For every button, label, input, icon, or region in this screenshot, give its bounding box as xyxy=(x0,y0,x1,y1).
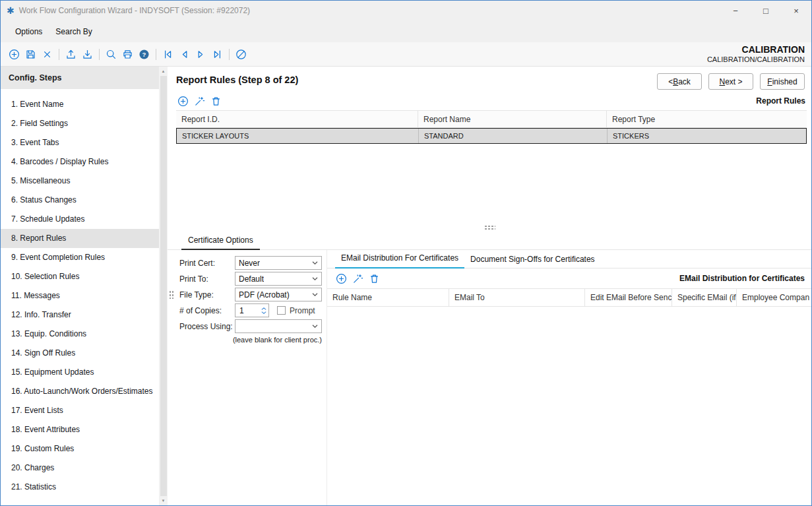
menu-search-by[interactable]: Search By xyxy=(49,23,98,40)
file-type-label: File Type: xyxy=(179,290,235,300)
report-delete-icon[interactable] xyxy=(210,96,222,107)
delete-icon[interactable] xyxy=(42,49,53,60)
nav-prev-icon[interactable] xyxy=(179,49,190,60)
column-header-edit-email-before-send[interactable]: Edit EMail Before Senc xyxy=(584,289,671,306)
column-header-email-to[interactable]: EMail To xyxy=(449,289,584,306)
titlebar: ✱ Work Flow Configuration Wizard - INDYS… xyxy=(1,1,811,20)
email-add-icon[interactable] xyxy=(336,273,347,284)
email-delete-icon[interactable] xyxy=(369,273,380,284)
nav-next-icon[interactable] xyxy=(195,49,206,60)
column-header-rule-name[interactable]: Rule Name xyxy=(327,289,449,306)
maximize-button[interactable]: □ xyxy=(751,1,781,20)
search-icon[interactable] xyxy=(106,49,117,60)
minimize-button[interactable]: − xyxy=(720,1,751,20)
next-button[interactable]: Next > xyxy=(708,73,753,90)
back-button[interactable]: < Back xyxy=(657,73,702,90)
sidebar-item-sign-off-rules[interactable]: 14. Sign Off Rules xyxy=(1,344,159,363)
column-header-report-type[interactable]: Report Type xyxy=(606,111,807,127)
sidebar-item-info-transfer[interactable]: 12. Info. Transfer xyxy=(1,305,159,325)
print-icon[interactable] xyxy=(122,49,133,60)
label-part: < xyxy=(668,77,673,86)
cancel-icon[interactable] xyxy=(235,49,247,60)
sidebar-item-miscellaneous[interactable]: 5. Miscellaneous xyxy=(1,172,159,191)
config-steps-sidebar: Config. Steps 1. Event Name 2. Field Set… xyxy=(1,67,159,505)
sidebar-item-event-tabs[interactable]: 3. Event Tabs xyxy=(1,133,159,152)
sidebar-item-schedule-updates[interactable]: 7. Schedule Updates xyxy=(1,210,159,229)
scroll-down-icon[interactable] xyxy=(159,496,168,505)
sidebar-item-statistics[interactable]: 21. Statistics xyxy=(1,478,159,497)
scrollbar-thumb[interactable] xyxy=(160,76,167,496)
svg-text:?: ? xyxy=(142,51,146,58)
help-icon[interactable]: ? xyxy=(139,49,150,60)
email-grid-toolbar: EMail Distribution for Certificates xyxy=(327,269,811,288)
email-edit-icon[interactable] xyxy=(352,273,363,284)
sidebar-item-field-settings[interactable]: 2. Field Settings xyxy=(1,114,159,133)
column-header-report-name[interactable]: Report Name xyxy=(418,111,606,127)
finished-button[interactable]: Finished xyxy=(760,73,805,90)
sidebar-item-barcodes[interactable]: 4. Barcodes / Display Rules xyxy=(1,152,159,172)
sidebar-item-messages[interactable]: 11. Messages xyxy=(1,286,159,305)
column-header-report-id[interactable]: Report I.D. xyxy=(176,111,418,127)
export-icon[interactable] xyxy=(65,49,77,60)
copies-stepper[interactable]: 1 xyxy=(235,303,269,317)
report-add-icon[interactable] xyxy=(177,96,189,107)
nav-last-icon[interactable] xyxy=(212,49,223,60)
nav-first-icon[interactable] xyxy=(162,49,173,60)
process-using-select[interactable] xyxy=(235,319,322,333)
close-button[interactable]: × xyxy=(781,1,811,20)
sidebar-item-custom-rules[interactable]: 19. Custom Rules xyxy=(1,439,159,459)
page-title: Report Rules (Step 8 of 22) xyxy=(176,73,298,85)
prompt-checkbox[interactable] xyxy=(277,306,286,315)
certificate-tab-row: Certificate Options xyxy=(168,232,811,250)
body: Config. Steps 1. Event Name 2. Field Set… xyxy=(1,67,811,505)
copies-value: 1 xyxy=(235,304,259,317)
print-to-select[interactable]: Default xyxy=(235,272,322,286)
spin-down-icon[interactable] xyxy=(261,311,266,314)
vertical-splitter[interactable] xyxy=(168,288,174,300)
sidebar-item-auto-launch[interactable]: 16. Auto-Launch/Work Orders/Estimates xyxy=(1,382,159,401)
print-to-value: Default xyxy=(239,274,264,284)
print-cert-select[interactable]: Never xyxy=(235,256,322,270)
import-icon[interactable] xyxy=(82,49,93,60)
file-type-row: File Type: PDF (Acrobat) xyxy=(179,288,327,301)
certificate-subtabs: EMail Distribution For Certificates Docu… xyxy=(327,250,811,269)
sidebar-item-event-name[interactable]: 1. Event Name xyxy=(1,95,159,114)
prompt-label: Prompt xyxy=(290,306,315,315)
email-distribution-panel: EMail Distribution For Certificates Docu… xyxy=(327,250,811,505)
sidebar-scrollbar[interactable] xyxy=(159,67,168,505)
spinner-buttons xyxy=(259,304,268,317)
app-window: ✱ Work Flow Configuration Wizard - INDYS… xyxy=(0,0,812,506)
report-grid-empty-area xyxy=(176,144,807,224)
sidebar-item-event-completion-rules[interactable]: 9. Event Completion Rules xyxy=(1,248,159,267)
sidebar-item-status-changes[interactable]: 6. Status Changes xyxy=(1,191,159,210)
report-grid-header: Report I.D. Report Name Report Type xyxy=(176,110,807,128)
sidebar-item-charges[interactable]: 20. Charges xyxy=(1,459,159,478)
print-cert-value: Never xyxy=(239,259,260,268)
menu-options[interactable]: Options xyxy=(9,23,49,40)
scroll-up-icon[interactable] xyxy=(159,67,168,76)
column-header-specific-email[interactable]: Specific EMail (if xyxy=(671,289,736,306)
sidebar-item-equipment-updates[interactable]: 15. Equipment Updates xyxy=(1,363,159,382)
toolbar-separator xyxy=(59,49,59,60)
column-header-employee-company[interactable]: Employee Compan xyxy=(736,289,811,306)
add-icon[interactable] xyxy=(9,49,20,60)
sidebar-item-equip-conditions[interactable]: 13. Equip. Conditions xyxy=(1,325,159,344)
print-to-row: Print To: Default xyxy=(179,272,327,286)
spin-up-icon[interactable] xyxy=(261,307,266,310)
horizontal-splitter[interactable] xyxy=(168,224,811,232)
tab-email-distribution[interactable]: EMail Distribution For Certificates xyxy=(335,250,464,269)
file-type-select[interactable]: PDF (Acrobat) xyxy=(235,288,322,301)
tab-certificate-options[interactable]: Certificate Options xyxy=(181,232,260,250)
sidebar-item-selection-rules[interactable]: 10. Selection Rules xyxy=(1,267,159,286)
tab-document-signoffs[interactable]: Document Sign-Offs for Certificates xyxy=(464,251,601,269)
print-cert-row: Print Cert: Never xyxy=(179,256,327,270)
table-row[interactable]: STICKER LAYOUTS STANDARD STICKERS xyxy=(176,128,807,144)
sidebar-item-event-lists[interactable]: 17. Event Lists xyxy=(1,401,159,420)
save-icon[interactable] xyxy=(25,49,36,60)
report-edit-icon[interactable] xyxy=(194,96,205,107)
print-to-label: Print To: xyxy=(179,274,235,284)
chevron-down-icon xyxy=(312,293,318,296)
sidebar-item-event-attributes[interactable]: 18. Event Attributes xyxy=(1,420,159,439)
sidebar-item-report-rules[interactable]: 8. Report Rules xyxy=(1,229,159,248)
splitter-grip-icon xyxy=(484,225,495,230)
